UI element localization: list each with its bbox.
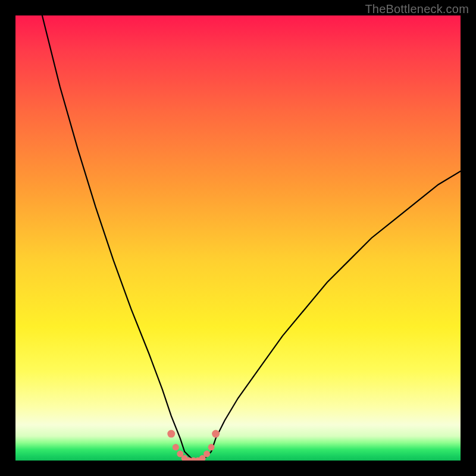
trough-dot (203, 450, 210, 457)
outer-black-frame: TheBottleneck.com (0, 0, 476, 476)
trough-dot (208, 444, 215, 450)
curve-svg (15, 15, 461, 461)
trough-dot (167, 430, 175, 438)
curve-path (42, 15, 461, 461)
watermark-text: TheBottleneck.com (365, 2, 469, 16)
plot-area (15, 15, 461, 461)
trough-dot (173, 444, 179, 450)
bottleneck-curve (42, 15, 461, 461)
trough-marker-dots (167, 430, 220, 461)
trough-dot (212, 430, 220, 438)
